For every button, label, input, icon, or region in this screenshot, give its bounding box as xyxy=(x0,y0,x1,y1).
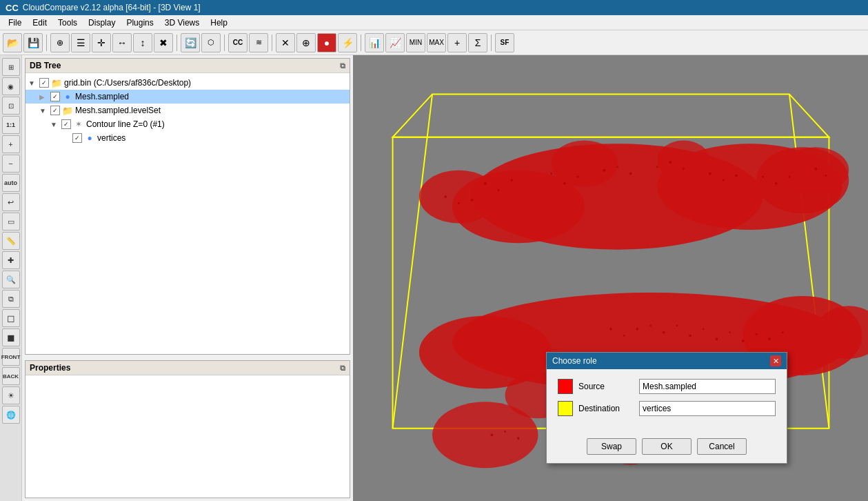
toolbar-cc-btn[interactable]: CC xyxy=(228,33,248,52)
tree-node-vertices[interactable]: ▶ ● vertices xyxy=(26,131,350,145)
dialog-close-button[interactable]: ✕ xyxy=(770,355,781,366)
dialog-titlebar: Choose role ✕ xyxy=(547,353,787,369)
menu-help[interactable]: Help xyxy=(205,17,233,29)
tree-check-mesh-sampled[interactable] xyxy=(50,92,60,101)
left-tool-front[interactable]: FRONT xyxy=(2,348,20,366)
db-tree-resize[interactable]: ⧉ xyxy=(340,61,345,70)
svg-point-38 xyxy=(775,182,778,185)
left-tool-zoom-out[interactable]: − xyxy=(2,155,20,173)
tree-icon-cloud-mesh: ● xyxy=(62,91,73,102)
svg-point-39 xyxy=(788,176,790,178)
left-tool-select-rect[interactable]: ▭ xyxy=(2,213,20,230)
tree-check-vertices[interactable] xyxy=(72,133,82,143)
cancel-button[interactable]: Cancel xyxy=(697,438,747,455)
ok-button[interactable]: OK xyxy=(642,438,692,455)
toolbar-move-btn[interactable]: ✛ xyxy=(92,33,111,52)
menu-3d-views[interactable]: 3D Views xyxy=(159,17,205,29)
tree-node-contour[interactable]: ▼ ✶ Contour line Z=0 (#1) xyxy=(26,117,350,131)
svg-point-46 xyxy=(623,335,625,337)
svg-point-8 xyxy=(756,147,849,213)
tree-check-contour[interactable] xyxy=(61,119,71,129)
toolbar-sf-btn[interactable]: ≋ xyxy=(249,33,268,52)
tree-expand-contour[interactable]: ▼ xyxy=(50,121,61,128)
toolbar-max-btn[interactable]: MAX xyxy=(427,33,446,52)
toolbar-open-btn[interactable]: 📂 xyxy=(3,33,22,52)
svg-point-34 xyxy=(709,173,711,175)
svg-point-24 xyxy=(510,179,513,181)
tree-check-levelset[interactable] xyxy=(50,106,60,115)
menu-file[interactable]: File xyxy=(3,17,27,29)
tree-node-mesh-sampled[interactable]: ▶ ● Mesh.sampled xyxy=(26,90,350,104)
toolbar-min-btn[interactable]: MIN xyxy=(406,33,425,52)
left-tool-camera[interactable]: ◉ xyxy=(2,77,20,95)
properties-resize[interactable]: ⧉ xyxy=(340,364,345,373)
toolbar-polygon-btn[interactable]: ⬡ xyxy=(201,33,221,52)
menu-edit[interactable]: Edit xyxy=(27,17,52,29)
choose-role-dialog: Choose role ✕ Source Destination xyxy=(546,352,787,464)
toolbar-sep-3 xyxy=(224,35,225,51)
left-tool-cube[interactable]: ◻ xyxy=(2,309,20,327)
left-tool-back[interactable]: BACK xyxy=(2,367,20,385)
toolbar-red-btn[interactable]: ● xyxy=(317,33,336,52)
title-bar: CC CloudCompare v2.12 alpha [64-bit] - [… xyxy=(0,0,868,15)
svg-point-23 xyxy=(498,189,500,191)
svg-point-37 xyxy=(762,176,764,178)
svg-point-36 xyxy=(735,174,738,177)
menu-bar: File Edit Tools Display Plugins 3D Views… xyxy=(0,15,868,30)
svg-line-3 xyxy=(393,94,433,428)
toolbar-distance-btn[interactable]: ✕ xyxy=(276,33,295,52)
tree-node-root[interactable]: ▼ 📁 grid.bin (C:/Users/af836c/Desktop) xyxy=(26,76,350,90)
left-tool-search[interactable]: 🔍 xyxy=(2,271,20,288)
left-tool-zoom-in[interactable]: + xyxy=(2,135,20,153)
left-tool-undo[interactable]: ↩ xyxy=(2,193,20,211)
tree-label-root: grid.bin (C:/Users/af836c/Desktop) xyxy=(64,78,191,88)
toolbar-cross-btn[interactable]: ⊕ xyxy=(296,33,316,52)
swap-button[interactable]: Swap xyxy=(587,438,636,455)
left-tool-sun[interactable]: ☀ xyxy=(2,386,20,404)
left-tool-globe[interactable]: 🌐 xyxy=(2,406,20,424)
menu-plugins[interactable]: Plugins xyxy=(121,17,159,29)
tree-icon-folder-root: 📁 xyxy=(51,77,62,88)
toolbar-delete-btn[interactable]: ✖ xyxy=(154,33,173,52)
left-tool-ratio[interactable]: 1:1 xyxy=(2,116,20,134)
toolbar-sigma-btn[interactable]: Σ xyxy=(468,33,487,52)
toolbar-save-btn[interactable]: 💾 xyxy=(23,33,43,52)
svg-point-55 xyxy=(742,340,745,342)
svg-point-16 xyxy=(816,306,868,359)
left-tool-auto[interactable]: auto xyxy=(2,174,20,192)
toolbar-select-btn[interactable]: ⊕ xyxy=(50,33,70,52)
left-tool-measure[interactable]: 📏 xyxy=(2,232,20,250)
toolbar-rotate-btn[interactable]: ↕ xyxy=(133,33,152,52)
toolbar-chart-btn[interactable]: 📊 xyxy=(365,33,384,52)
left-tool-add[interactable]: ✚ xyxy=(2,251,20,269)
tree-expand-mesh-sampled[interactable]: ▶ xyxy=(39,93,50,101)
svg-point-47 xyxy=(636,328,638,331)
svg-point-15 xyxy=(419,316,552,389)
toolbar-lightning-btn[interactable]: ⚡ xyxy=(338,33,357,52)
toolbar-refresh-btn[interactable]: 🔄 xyxy=(181,33,200,52)
toolbar-scale-btn[interactable]: ↔ xyxy=(112,33,132,52)
destination-input[interactable] xyxy=(639,401,776,416)
dialog-overlay: Choose role ✕ Source Destination xyxy=(353,55,868,501)
left-tool-viewport[interactable]: ⊞ xyxy=(2,58,20,76)
properties-title: Properties xyxy=(30,363,70,373)
toolbar-list-btn[interactable]: ☰ xyxy=(71,33,90,52)
3d-view[interactable]: Choose role ✕ Source Destination xyxy=(353,55,868,501)
left-tool-cube-solid[interactable]: ◼ xyxy=(2,328,20,346)
tree-expand-levelset[interactable]: ▼ xyxy=(39,107,50,115)
source-input[interactable] xyxy=(639,379,776,394)
menu-display[interactable]: Display xyxy=(83,17,121,29)
toolbar-sf-label-btn[interactable]: SF xyxy=(495,33,514,52)
svg-point-42 xyxy=(444,195,447,198)
svg-line-4 xyxy=(789,94,829,428)
dialog-title: Choose role xyxy=(552,356,597,366)
tree-expand-root[interactable]: ▼ xyxy=(28,79,39,87)
tree-node-levelset[interactable]: ▼ 📁 Mesh.sampled.levelSet xyxy=(26,104,350,117)
toolbar-hist-btn[interactable]: 📈 xyxy=(385,33,405,52)
left-tool-grid[interactable]: ⊡ xyxy=(2,97,20,115)
menu-tools[interactable]: Tools xyxy=(52,17,83,29)
svg-point-32 xyxy=(669,161,672,164)
tree-check-root[interactable] xyxy=(39,78,49,88)
left-tool-layers[interactable]: ⧉ xyxy=(2,290,20,308)
toolbar-plus-btn[interactable]: + xyxy=(447,33,467,52)
